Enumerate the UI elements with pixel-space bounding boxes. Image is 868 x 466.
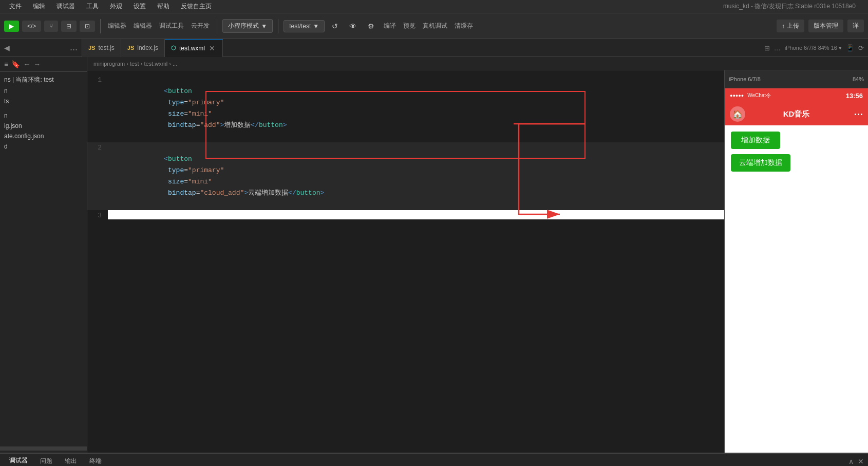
- phone-cloud-add-btn[interactable]: 云端增加数据: [731, 154, 790, 172]
- phone-nav-bar: 🏠 KD音乐 ⋯: [725, 103, 868, 125]
- bottom-tab-terminal[interactable]: 终端: [84, 455, 107, 466]
- menu-file[interactable]: 文件: [4, 1, 27, 12]
- layout-button[interactable]: ⊟: [61, 21, 77, 32]
- project-title: music_kd - 微信/发现日志 Stable r031e 10518e0: [723, 2, 864, 11]
- tab-wxml-icon: ⬡: [171, 45, 176, 51]
- line-number-3: 3: [87, 210, 108, 221]
- sidebar-item-d[interactable]: d: [0, 141, 87, 152]
- breadcrumb-bar: miniprogram › test › test.wxml › ...: [87, 57, 868, 70]
- sidebar-item-igjson[interactable]: ig.json: [0, 121, 87, 131]
- split-editor-icon[interactable]: ⊞: [764, 44, 770, 52]
- tab-test-js[interactable]: JS test.js: [82, 39, 121, 57]
- tab-bar-controls: ⊞ … iPhone 6/7/8 84% 16 ▾ 📱 ⟳: [764, 44, 868, 52]
- mode-label: 小程序模式: [228, 22, 259, 30]
- run-button[interactable]: ▶: [4, 21, 19, 32]
- clear-text: 清缓存: [452, 22, 475, 30]
- phone-more-icon[interactable]: ⋯: [854, 108, 863, 120]
- phone-home-icon[interactable]: 🏠: [730, 106, 745, 122]
- phone-status-dots: ●●●●● WeChat令: [730, 92, 771, 99]
- sidebar-scrollbar[interactable]: [0, 446, 87, 451]
- sidebar-item-ts[interactable]: ts: [0, 96, 87, 106]
- menu-tools[interactable]: 工具: [81, 1, 104, 12]
- separator2: [217, 19, 217, 33]
- branch-chevron: ▼: [313, 23, 319, 30]
- sidebar: ≡ 🔖 ← → ns | 当前环境: test n ts n ig.json a…: [0, 57, 87, 453]
- rotate-icon[interactable]: ⟳: [858, 44, 864, 52]
- bottom-tab-debugger[interactable]: 调试器: [4, 454, 33, 466]
- code-line-3: 3: [87, 210, 724, 221]
- phone-preview: iPhone 6/7/8 84% ●●●●● WeChat令 13:56 🏠: [724, 70, 868, 453]
- phone-icon[interactable]: 📱: [846, 44, 854, 52]
- menu-debugger[interactable]: 调试器: [51, 1, 80, 12]
- sidebar-forward-icon[interactable]: →: [33, 60, 41, 68]
- eye-button[interactable]: 👁: [345, 20, 361, 32]
- more-button[interactable]: 详: [847, 20, 864, 32]
- sidebar-item-n[interactable]: n: [0, 86, 87, 96]
- debug-label2: 调试工具: [157, 22, 186, 30]
- mode-dropdown[interactable]: 小程序模式 ▼: [222, 19, 273, 33]
- phone-add-btn[interactable]: 增加数据: [731, 132, 780, 149]
- tab-ellipsis[interactable]: ...: [70, 42, 78, 53]
- branch-label: test/test: [289, 23, 311, 30]
- refresh-button[interactable]: ↺: [328, 20, 342, 32]
- mode-chevron: ▼: [261, 23, 267, 30]
- cloud-label: 云开发: [189, 22, 212, 30]
- git-button[interactable]: ⑂: [44, 21, 58, 32]
- version-button[interactable]: 版本管理: [808, 20, 843, 32]
- menu-edit[interactable]: 编辑: [28, 1, 50, 12]
- code-button[interactable]: </>: [22, 21, 41, 32]
- top-toolbar: ▶ </> ⑂ ⊟ ⊡ 编辑器 编辑器 调试工具 云开发 小程序模式 ▼ tes…: [0, 13, 868, 39]
- code-content: 1 <button type="primary" size="mini" bin…: [87, 70, 724, 226]
- tab-test-wxml[interactable]: ⬡ test.wxml ✕: [165, 39, 223, 57]
- compile-label: 编辑器: [131, 22, 154, 30]
- line-content-1: <button type="primary" size="mini" bindt…: [108, 74, 724, 142]
- code-editor[interactable]: 1 <button type="primary" size="mini" bin…: [87, 70, 724, 453]
- bottom-tab-issues[interactable]: 问题: [35, 455, 58, 466]
- bottom-collapse-icon[interactable]: ∧: [848, 457, 854, 465]
- branch-dropdown[interactable]: test/test ▼: [284, 20, 325, 32]
- editor-phone-row: 1 <button type="primary" size="mini" bin…: [87, 70, 868, 453]
- tab-test-js-label: test.js: [98, 44, 114, 51]
- separator1: [100, 19, 101, 33]
- menu-feedback[interactable]: 反馈自主页: [176, 1, 217, 12]
- tab-index-js[interactable]: JS index.js: [121, 39, 165, 57]
- refresh-layout-button[interactable]: ⊡: [80, 21, 95, 32]
- menu-settings[interactable]: 设置: [128, 1, 151, 12]
- compile-text: 编译: [382, 22, 398, 30]
- sidebar-header: ≡ 🔖 ← →: [0, 57, 87, 72]
- code-line-2: 2 <button type="primary" size="mini" bin…: [87, 142, 724, 210]
- wifi-label: WeChat令: [747, 92, 771, 99]
- upload-button[interactable]: ↑ 上传: [777, 20, 804, 32]
- sidebar-back-icon[interactable]: ←: [23, 60, 30, 68]
- sidebar-item-config[interactable]: ate.config.json: [0, 131, 87, 141]
- sidebar-toggle-icon[interactable]: ◀: [4, 44, 10, 52]
- tab-more-icon[interactable]: …: [774, 44, 781, 52]
- breadcrumb: miniprogram › test › test.wxml › ...: [93, 61, 177, 67]
- bottom-tab-output[interactable]: 输出: [60, 455, 82, 466]
- menu-help[interactable]: 帮助: [152, 1, 175, 12]
- settings-btn[interactable]: ⚙: [364, 20, 379, 32]
- line-number-2: 2: [87, 142, 108, 154]
- sidebar-list-icon[interactable]: ≡: [4, 60, 8, 68]
- line-content-2: <button type="primary" size="mini" bindt…: [108, 142, 724, 210]
- bottom-close-icon[interactable]: ✕: [858, 457, 864, 465]
- sidebar-bookmark-icon[interactable]: 🔖: [11, 60, 20, 68]
- main-layout: ≡ 🔖 ← → ns | 当前环境: test n ts n ig.json a…: [0, 57, 868, 453]
- separator3: [278, 19, 278, 33]
- preview-text: 预览: [401, 22, 418, 30]
- sidebar-item-n2[interactable]: n: [0, 110, 87, 121]
- editor-phone-wrapper: miniprogram › test › test.wxml › ... 1 <…: [87, 57, 868, 453]
- bottom-panel: 调试器 问题 输出 终端 ∧ ✕ Wxml Console Sources Ne…: [0, 453, 868, 466]
- sidebar-content: ns | 当前环境: test n ts n ig.json ate.confi…: [0, 72, 87, 444]
- phone-time: 13:56: [846, 92, 863, 100]
- tab-index-js-label: index.js: [137, 44, 158, 51]
- phone-size-label: iPhone 6/7/8 84% 16 ▾: [785, 45, 842, 51]
- phone-screen: ●●●●● WeChat令 13:56 🏠 KD音乐 ⋯ 增加数据: [725, 88, 868, 453]
- tab-index-js-icon: JS: [127, 45, 134, 51]
- phone-toolbar: iPhone 6/7/8 84%: [725, 70, 868, 88]
- phone-toolbar-zoom: 84%: [853, 76, 864, 82]
- menu-appearance[interactable]: 外观: [105, 1, 127, 12]
- tab-close-icon[interactable]: ✕: [208, 45, 216, 52]
- sidebar-item-env[interactable]: ns | 当前环境: test: [0, 74, 87, 86]
- code-line-1: 1 <button type="primary" size="mini" bin…: [87, 74, 724, 142]
